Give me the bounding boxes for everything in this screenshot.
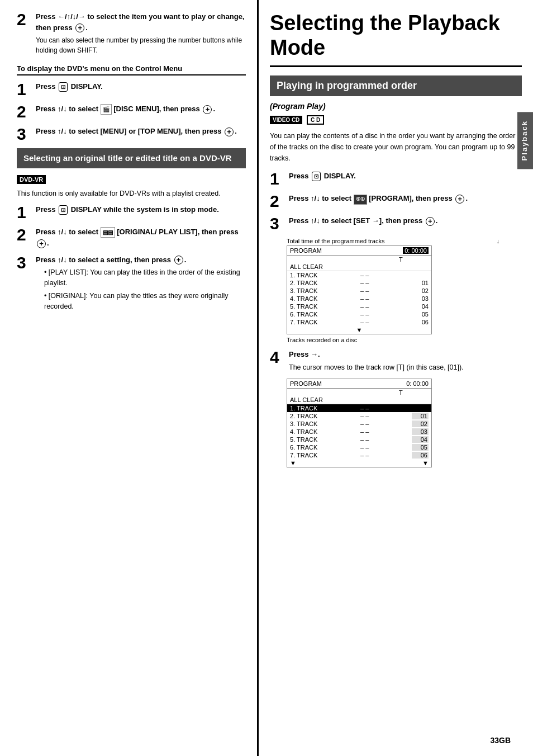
dvd-step2: 2 Press ↑/↓ to select 🎬 [DISC MENU], the…: [17, 103, 246, 120]
table2-track6: 6. TRACK– –05: [287, 443, 431, 451]
dvd-step3: 3 Press ↑/↓ to select [MENU] or [TOP MEN…: [17, 126, 246, 143]
step2-block: 2 Press ←/↑/↓/→ to select the item you w…: [17, 11, 246, 59]
table2-track4: 4. TRACK– –03: [287, 428, 431, 436]
program-description: You can play the contents of a disc in t…: [270, 130, 522, 164]
prog-step1-num: 1: [270, 171, 285, 187]
orig-step2-num: 2: [17, 226, 32, 243]
table1-arrow-down: ▼: [287, 326, 431, 334]
table1-caption-container: Total time of the programmed tracks ↓: [287, 238, 522, 244]
step2-text: Press ←/↑/↓/→ to select the item you wan…: [36, 12, 244, 32]
dvd-step2-num: 2: [17, 103, 32, 120]
table1-t-row: T: [287, 256, 431, 263]
table2-arrow-row: ▼▼: [287, 459, 431, 467]
right-column: Selecting the Playback Mode Playing in p…: [257, 0, 533, 756]
table1-track1: 1. TRACK– –: [287, 271, 431, 279]
program-icon: ⑨①: [354, 195, 367, 205]
table2-all-clear: ALL CLEAR: [287, 396, 431, 404]
table2-header-prog: PROGRAM: [290, 380, 322, 387]
dvd-vr-description: This function is only available for DVD-…: [17, 188, 246, 199]
dvd-step3-num: 3: [17, 126, 32, 143]
table2-track5: 5. TRACK– –04: [287, 436, 431, 443]
table1-track2: 2. TRACK– –01: [287, 279, 431, 287]
table2-track7: 7. TRACK– –06: [287, 451, 431, 459]
dvd-vr-badge: DVD-VR: [17, 175, 46, 184]
prog-step2-body: Press ↑/↓ to select ⑨① [PROGRAM], then p…: [289, 193, 522, 205]
enter-icon4: +: [37, 239, 46, 248]
enter-icon3: +: [225, 127, 234, 136]
display-icon3: ⊡: [312, 172, 321, 181]
table1-all-clear: ALL CLEAR: [287, 263, 431, 271]
disc-menu-icon: 🎬: [101, 104, 112, 115]
dvd-step1-num: 1: [17, 81, 32, 98]
dvd-menu-heading: To display the DVD's menu on the Control…: [17, 64, 246, 75]
orig-step1: 1 Press ⊡ DISPLAY while the system is in…: [17, 204, 246, 221]
dvd-step2-body: Press ↑/↓ to select 🎬 [DISC MENU], then …: [36, 103, 246, 115]
table1-t-label: T: [399, 256, 403, 263]
table1-track6: 6. TRACK– –05: [287, 310, 431, 318]
step2-body: Press ←/↑/↓/→ to select the item you wan…: [36, 11, 246, 59]
table2-track2: 2. TRACK– –01: [287, 412, 431, 420]
prog-step1: 1 Press ⊡ DISPLAY.: [270, 171, 522, 187]
table2-track1-highlighted: 1. TRACK– –: [287, 404, 431, 412]
arrow-indicator: ↓: [497, 238, 500, 244]
table1-header: PROGRAM 0: 00:00: [287, 246, 431, 256]
prog-step3: 3 Press ↑/↓ to select [SET →], then pres…: [270, 215, 522, 232]
prog-step3-body: Press ↑/↓ to select [SET →], then press …: [289, 215, 522, 226]
dvd-step3-body: Press ↑/↓ to select [MENU] or [TOP MENU]…: [36, 126, 246, 137]
original-icon: ▤▤: [101, 227, 115, 238]
orig-step3-body: Press ↑/↓ to select a setting, then pres…: [36, 254, 246, 314]
program-play-heading: Playing in programmed order: [270, 75, 522, 96]
page-number: 33GB: [490, 736, 511, 745]
program-play-subheading: (Program Play): [270, 102, 522, 111]
bullet-original: • [ORIGINAL]: You can play the titles as…: [44, 291, 246, 312]
table2-header-time: 0: 00:00: [406, 380, 429, 387]
prog-step3-num: 3: [270, 215, 285, 232]
table1-header-time-wrapper: 0: 00:00: [403, 247, 429, 254]
enter-icon2: +: [203, 105, 212, 114]
enter-icon: +: [75, 23, 84, 32]
prog-step2-num: 2: [270, 193, 285, 210]
table1-header-prog: PROGRAM: [290, 247, 322, 254]
dvd-step1-body: Press ⊡ DISPLAY.: [36, 81, 246, 92]
playback-tab: Playback: [517, 112, 533, 169]
dvd-step1: 1 Press ⊡ DISPLAY.: [17, 81, 246, 98]
orig-step1-body: Press ⊡ DISPLAY while the system is in s…: [36, 204, 246, 215]
prog-step1-body: Press ⊡ DISPLAY.: [289, 171, 522, 182]
page-container: 2 Press ←/↑/↓/→ to select the item you w…: [0, 0, 533, 756]
step2-subtext: You can also select the number by pressi…: [36, 35, 246, 55]
original-title-heading: Selecting an original title or edited ti…: [17, 148, 246, 168]
page-title: Selecting the Playback Mode: [270, 11, 522, 67]
table1-header-time: 0: 00:00: [403, 247, 429, 254]
table1-caption2: Tracks recorded on a disc: [287, 337, 522, 343]
prog-step4: 4 Press →. The cursor moves to the track…: [270, 349, 522, 372]
bullet-playlist: • [PLAY LIST]: You can play the titles i…: [44, 267, 246, 289]
dvd-vr-badge-container: DVD-VR: [17, 175, 246, 184]
table1-track5: 5. TRACK– –04: [287, 303, 431, 310]
step4-description: The cursor moves to the track row [T] (i…: [289, 362, 522, 373]
orig-step3-num: 3: [17, 254, 32, 271]
orig-step2: 2 Press ↑/↓ to select ▤▤ [ORIGINAL/ PLAY…: [17, 226, 246, 249]
enter-icon7: +: [426, 217, 435, 226]
display-icon: ⊡: [59, 82, 68, 92]
enter-icon5: +: [174, 256, 183, 264]
orig-step1-num: 1: [17, 204, 32, 221]
prog-step2: 2 Press ↑/↓ to select ⑨① [PROGRAM], then…: [270, 193, 522, 210]
dvd-menu-section: To display the DVD's menu on the Control…: [17, 64, 246, 143]
display-icon2: ⊡: [59, 205, 68, 215]
prog-step4-body: Press →. The cursor moves to the track r…: [289, 349, 522, 372]
cd-badge: C D: [307, 115, 324, 125]
table2-track3: 3. TRACK– –02: [287, 420, 431, 428]
video-cd-badge: VIDEO CD: [270, 116, 302, 124]
table2-t-row: T: [287, 389, 431, 396]
orig-step2-body: Press ↑/↓ to select ▤▤ [ORIGINAL/ PLAY L…: [36, 226, 246, 249]
table1-track4: 4. TRACK– –03: [287, 295, 431, 303]
program-table1: PROGRAM 0: 00:00 T ALL CLEAR 1. TRACK– –…: [287, 245, 522, 334]
table2-t-label: T: [399, 389, 403, 396]
table1-track7: 7. TRACK– –06: [287, 318, 431, 326]
table2-header: PROGRAM 0: 00:00: [287, 379, 431, 389]
table1-caption: Total time of the programmed tracks: [287, 238, 384, 244]
left-column: 2 Press ←/↑/↓/→ to select the item you w…: [0, 0, 257, 756]
program-table2: PROGRAM 0: 00:00 T ALL CLEAR 1. TRACK– –…: [287, 379, 522, 467]
prog-step4-num: 4: [270, 349, 285, 366]
table1-track3: 3. TRACK– –02: [287, 287, 431, 295]
